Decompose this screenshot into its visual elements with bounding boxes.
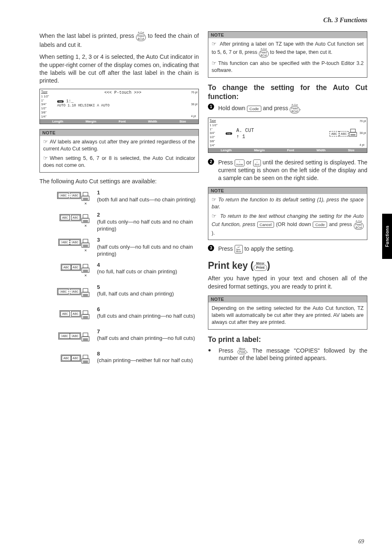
setting-num: 6 xyxy=(97,306,195,313)
step1-b: and press xyxy=(263,105,290,111)
mirror-label: Mirror xyxy=(256,262,264,265)
setting-desc: 7(half cuts and chain printing—no full c… xyxy=(97,328,195,342)
print-key-icon: MirrorPrint xyxy=(238,347,247,354)
step-number-icon: 2 xyxy=(208,159,214,165)
note-box-1: NOTE ☞AV labels are always cut after the… xyxy=(39,129,199,173)
note-box-3: NOTE Depending on the setting selected f… xyxy=(208,295,367,330)
tape-size: 1/2" xyxy=(210,135,223,139)
lcd-status: AUTO 1.10 HELSINKI A AUTO xyxy=(57,104,189,108)
step1-c: . xyxy=(300,105,301,111)
abc-icon: ABC xyxy=(330,131,339,136)
tape-size: 1 1/2" xyxy=(210,123,223,127)
step-2: 2 Press ↑Home or ↓End until the desired … xyxy=(208,159,367,182)
note-box-top: NOTE ☞ After printing a label on TZ tape… xyxy=(208,31,367,78)
intro-para-2: When setting 1, 2, 3 or 4 is selected, t… xyxy=(39,53,199,85)
note-box-2: NOTE ☞To return the function to its defa… xyxy=(208,187,367,240)
feed-icon: A.Cut Feed&Cut xyxy=(136,31,146,41)
setting-desc: 3(half cuts only—no full cuts and no cha… xyxy=(97,237,199,258)
heading-print-label: To print a label: xyxy=(208,335,367,344)
setting-row: ABCABC✕ 2(full cuts only—no half cuts an… xyxy=(39,212,199,233)
side-tab: Functions xyxy=(382,214,392,259)
acut-label: A.Cut xyxy=(261,48,267,50)
lbl: Length xyxy=(221,148,232,152)
feed-btn: Feed&Cut xyxy=(259,50,269,58)
step3-a: Press xyxy=(218,246,235,252)
note-text: To return the function to its default se… xyxy=(212,197,364,210)
svg-rect-0 xyxy=(83,192,88,196)
pt-col: 76 pt 38 pt 4 pt xyxy=(359,118,367,148)
ins-badge: Ins xyxy=(226,132,232,135)
note-text-b: to feed the tape, then cut it. xyxy=(270,49,332,55)
lbl: Font xyxy=(119,120,126,123)
setting-desc: 2(full cuts only—no half cuts and no cha… xyxy=(97,212,199,233)
end-key: ↓End xyxy=(253,159,261,166)
note-text-mid: (OR hold down xyxy=(276,222,313,227)
svg-rect-35 xyxy=(83,355,88,359)
lcd-title: <<< P-touch >>> xyxy=(57,90,189,95)
print-step: ● Press MirrorPrint. The message "COPIES… xyxy=(208,347,367,362)
lbl: Length xyxy=(52,120,63,123)
note-header: NOTE xyxy=(208,296,367,302)
step-number-icon: 3 xyxy=(208,245,214,251)
step2-a: Press xyxy=(218,159,235,166)
tape-size: 1/4" xyxy=(41,115,54,119)
ins-badge: Ins xyxy=(57,100,64,103)
svg-rect-30 xyxy=(83,333,88,337)
feed-btn: Feed&Cut xyxy=(136,34,146,41)
setting-text: (half cuts only—no full cuts and no chai… xyxy=(97,244,193,257)
code-key: Code xyxy=(313,222,327,228)
feed-icon: A.Cut Feed&Cut xyxy=(290,104,300,113)
printer-icon xyxy=(349,129,357,139)
pt-val: 38 pt xyxy=(360,132,366,134)
setting-row: ABCABC✕ 4(no full, half cuts or chain pr… xyxy=(39,262,199,280)
setting-text: (full, half cuts and chain printing) xyxy=(97,291,174,297)
pointer-icon: ☞ xyxy=(212,196,218,203)
step3-b: to apply the setting. xyxy=(244,246,294,252)
setting-num: 8 xyxy=(97,351,193,358)
feed-icon: A.Cut Feed&Cut xyxy=(354,220,364,230)
setting-num: 5 xyxy=(97,284,174,291)
pt-col: 76 pt 38 pt 4 pt xyxy=(190,89,198,119)
setting-row: ⁞ABC⁞ABC 5(full, half cuts and chain pri… xyxy=(39,284,199,302)
tape-header: Tape xyxy=(210,119,223,123)
intro-para-1: When the last label is printed, press A.… xyxy=(39,31,199,49)
settings-list: ⁞ABC⁞ABC✕ 1(both full and half cuts—no c… xyxy=(39,189,199,368)
setting-desc: 1(both full and half cuts—no chain print… xyxy=(97,189,196,203)
lcd-main: <<< P-touch >>> Ins 1:_ AUTO 1.10 HELSIN… xyxy=(55,89,190,119)
setting-row: ⁞ABC⁞ABC✕ 1(both full and half cuts—no c… xyxy=(39,189,199,208)
setting-visual: ⁞ABC⁞ABC xyxy=(39,328,90,346)
svg-rect-5 xyxy=(83,215,88,218)
code-key: Code xyxy=(247,106,261,112)
setting-text: (no full, half cuts or chain printing) xyxy=(97,268,177,275)
setting-visual: ABCABC✕ xyxy=(39,212,90,230)
print-h-pre: Print key ( xyxy=(208,260,254,271)
lbl: Width xyxy=(148,120,157,123)
step2-b: or xyxy=(246,159,253,166)
setting-text: (half cuts and chain printing—no full cu… xyxy=(97,335,195,341)
intro1-a: When the last label is printed, press xyxy=(39,32,136,39)
setting-visual: ⁞ABC⁞ABC✕ xyxy=(39,189,90,208)
setting-desc: 8(chain printing—neither full nor half c… xyxy=(97,351,193,365)
note-text: When setting 5, 6, 7 or 8 is selected, t… xyxy=(43,155,195,168)
note-line: ☞ After printing a label on TZ tape with… xyxy=(212,41,364,58)
lbl: Size xyxy=(348,148,355,152)
note-line: ☞This function can also be specified wit… xyxy=(212,60,364,74)
note-line: ☞When setting 5, 6, 7 or 8 is selected, … xyxy=(43,155,195,169)
lcd-a: A. CUT xyxy=(236,128,254,134)
print-key-icon: MirrorPrint xyxy=(254,262,267,271)
lcd-b: 1 xyxy=(242,134,245,140)
pointer-icon: ☞ xyxy=(212,41,218,48)
lbl: Width xyxy=(316,148,325,152)
avail-para: The following Auto Cut settings are avai… xyxy=(39,178,199,185)
right-column: NOTE ☞ After printing a label on TZ tape… xyxy=(208,31,367,373)
setting-text: (both full and half cuts—no chain printi… xyxy=(97,196,196,203)
setting-desc: 6(full cuts and chain printing—no half c… xyxy=(97,306,195,320)
tape-size: 1" xyxy=(210,127,223,132)
setting-num: 2 xyxy=(97,212,199,219)
pt-val: 4 pt xyxy=(360,143,366,146)
lcd-line: 1:_ xyxy=(66,99,74,104)
setting-text: (full cuts and chain printing—no half cu… xyxy=(97,313,195,319)
pointer-icon: ☞ xyxy=(43,138,50,145)
svg-rect-20 xyxy=(83,289,88,292)
setting-row: ABCABC 6(full cuts and chain printing—no… xyxy=(39,306,199,324)
